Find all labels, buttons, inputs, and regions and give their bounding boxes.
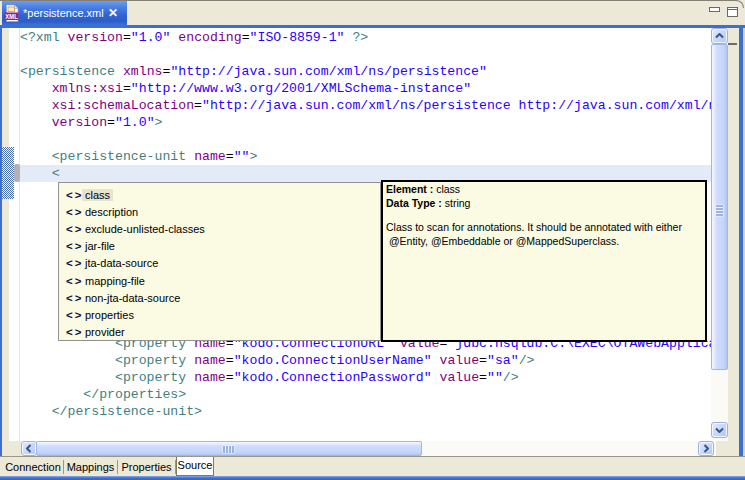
svg-text:XML: XML (5, 13, 18, 20)
